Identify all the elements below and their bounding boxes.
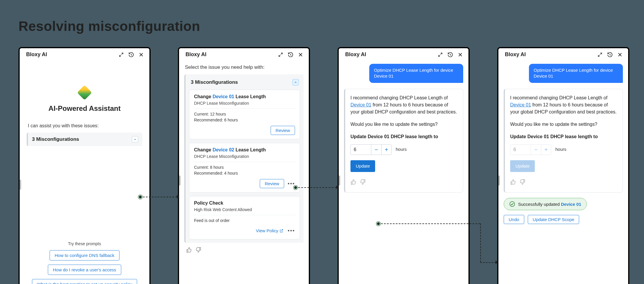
ai-question: Would you like me to update the settings… [350, 121, 458, 128]
sample-prompt[interactable]: How to configure DNS fallback [50, 250, 119, 260]
select-issue-text: Select the issue you need help with: [185, 64, 304, 70]
update-heading: Update Device 01 DHCP lease length to [350, 133, 458, 140]
dropdown-label: 3 Misconfigurations [32, 136, 79, 142]
stepper-increment[interactable]: + [381, 145, 391, 155]
view-policy-link[interactable]: View Policy [255, 226, 284, 235]
panel-title: Bloxy AI [186, 51, 206, 58]
misconfig-group: 3 Misconfigurations Change Device 01 Lea… [184, 74, 304, 243]
panel-title: Bloxy AI [505, 51, 526, 58]
stepper-increment: + [541, 145, 551, 155]
flow-node-icon [376, 222, 380, 226]
sample-prompt[interactable]: What is the best practice to set up secu… [32, 279, 137, 284]
check-circle-icon [509, 201, 515, 207]
review-button[interactable]: Review [271, 126, 295, 135]
close-icon[interactable] [457, 52, 463, 58]
scroll-indicator [338, 176, 340, 186]
assist-intro-text: I can assist you with these issues: [27, 123, 142, 128]
thumbs-down-icon[interactable] [520, 179, 525, 187]
close-icon[interactable] [617, 52, 623, 58]
external-link-icon [279, 229, 284, 233]
assistant-panel-recommendation: Bloxy AI Optimize DHCP Lease Length for … [338, 47, 470, 284]
stepper-value: 6 [510, 145, 531, 155]
stepper-unit: hours [555, 146, 567, 153]
assistant-panel-issue-list: Bloxy AI Select the issue you need help … [178, 47, 310, 284]
flow-arrow [381, 223, 480, 224]
ai-question: Would you like me to update the settings… [510, 121, 617, 128]
lease-length-stepper[interactable]: 6 − + [350, 144, 392, 155]
card-title: Change Device 02 Lease Length [194, 147, 295, 153]
assistant-title: AI-Powered Assistant [48, 104, 121, 113]
card-current: Current: 12 hours [194, 112, 295, 116]
app-logo-icon [77, 85, 92, 100]
user-message: Optimize DHCP Lease Length for device De… [369, 64, 463, 83]
scroll-indicator [179, 176, 181, 186]
stepper-value[interactable]: 6 [351, 145, 371, 155]
misconfig-dropdown[interactable]: 3 Misconfigurations [27, 133, 142, 146]
sample-prompt[interactable]: How do I revoke a user's access [48, 265, 121, 275]
flow-node-icon [138, 195, 142, 199]
stepper-decrement[interactable]: − [371, 145, 381, 155]
thumbs-down-icon[interactable] [195, 247, 201, 254]
device-link[interactable]: Device 01 [510, 102, 531, 107]
device-link[interactable]: Device 02 [213, 147, 234, 152]
card-note: Feed is out of order [194, 218, 295, 223]
card-title: Policy Check [194, 201, 295, 206]
history-icon[interactable] [288, 52, 294, 58]
panel-header: Bloxy AI [20, 48, 149, 61]
device-link[interactable]: Device 01 [213, 94, 234, 99]
panel-header: Bloxy AI [339, 48, 468, 61]
expand-icon[interactable] [597, 52, 603, 58]
flow-node-icon [294, 186, 298, 190]
flow-arrow [480, 223, 481, 262]
scroll-indicator [498, 176, 500, 186]
misconfig-card: Change Device 01 Lease Length DHCP Lease… [189, 90, 300, 139]
panel-header: Bloxy AI [498, 48, 628, 61]
card-current: Current: 8 hours [194, 165, 295, 170]
flow-arrow [298, 187, 336, 188]
ai-message: I recommend changing DHCP Lease Length o… [504, 89, 623, 193]
more-actions-icon[interactable]: ••• [288, 182, 295, 185]
prompts-heading: Try these prompts [23, 241, 146, 246]
thumbs-up-icon[interactable] [350, 179, 356, 187]
card-title: Change Device 01 Lease Length [194, 94, 295, 99]
arrowhead-icon [336, 186, 339, 189]
arrowhead-icon [495, 260, 498, 264]
misconfig-card: Change Device 02 Lease Length DHCP Lease… [189, 143, 300, 193]
history-icon[interactable] [607, 52, 613, 58]
panel-title: Bloxy AI [26, 51, 47, 58]
group-title: 3 Misconfigurations [191, 79, 238, 85]
card-recommended: Recommended: 4 hours [194, 171, 295, 176]
review-button[interactable]: Review [260, 179, 284, 188]
expand-icon[interactable] [278, 52, 284, 58]
thumbs-up-icon[interactable] [186, 247, 192, 254]
flow-arrow [143, 197, 177, 197]
undo-button[interactable]: Undo [504, 215, 524, 224]
update-button: Update [510, 160, 535, 172]
stepper-unit: hours [396, 146, 407, 153]
history-icon[interactable] [447, 52, 453, 58]
chevron-down-icon[interactable] [132, 136, 138, 143]
flow-arrow [480, 262, 496, 263]
user-message: Optimize DHCP Lease Length for device De… [529, 64, 623, 83]
stepper-decrement: − [531, 145, 541, 155]
history-icon[interactable] [128, 52, 134, 58]
card-subtitle: High Risk Web Content Allowed [194, 207, 295, 212]
expand-icon[interactable] [118, 52, 124, 58]
thumbs-down-icon[interactable] [360, 179, 366, 187]
panel-title: Bloxy AI [345, 51, 366, 58]
more-actions-icon[interactable]: ••• [288, 229, 295, 232]
expand-icon[interactable] [437, 52, 443, 58]
device-link[interactable]: Device 01 [350, 102, 371, 107]
card-subtitle: DHCP Lease Misconfiguration [194, 154, 295, 159]
thumbs-up-icon[interactable] [510, 179, 516, 187]
close-icon[interactable] [138, 52, 144, 58]
chevron-up-icon[interactable] [292, 79, 299, 86]
card-subtitle: DHCP Lease Misconfiguration [194, 101, 295, 106]
update-button[interactable]: Update [350, 160, 375, 172]
device-link[interactable]: Device 01 [561, 202, 581, 207]
update-dhcp-scope-button[interactable]: Update DHCP Scope [528, 215, 579, 224]
update-heading: Update Device 01 DHCP lease length to [510, 133, 617, 140]
policy-card: Policy Check High Risk Web Content Allow… [189, 196, 300, 239]
close-icon[interactable] [298, 52, 304, 58]
panel-header: Bloxy AI [179, 48, 309, 61]
